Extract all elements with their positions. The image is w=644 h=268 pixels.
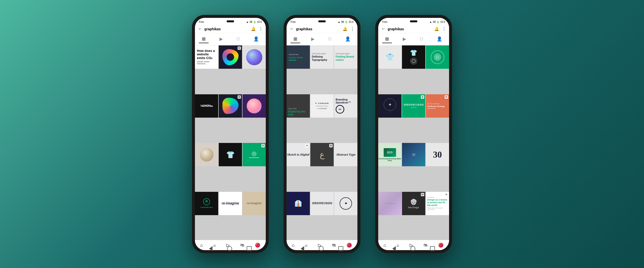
grid-cell-2-1-3: PROCESS DIARY Finding Brand colors: [334, 45, 358, 69]
grid-cell-4-3: re·imagine: [242, 192, 266, 215]
menu-icon-2[interactable]: ⋮: [350, 27, 354, 31]
cp-line: [288, 60, 296, 61]
back-hw-btn-3[interactable]: [392, 246, 396, 251]
bs-title: Branding Speedrun™: [336, 98, 356, 104]
compass-icon: ✦: [388, 102, 392, 107]
ig-header-right-3: 🔔 ⋮: [434, 27, 446, 31]
bs-badge: BR: [336, 105, 344, 114]
digitizing-card: Class Files Digitizing the logo: [286, 94, 310, 118]
grid-cell-2-4-1: 👔: [286, 192, 310, 215]
username-1: graphikas: [204, 27, 221, 31]
tab-person-1[interactable]: 👤: [250, 35, 262, 43]
home-hw-btn-1[interactable]: [227, 246, 232, 251]
tab-tv-1[interactable]: ▶: [216, 35, 226, 43]
time-2: 15:0: [349, 21, 354, 23]
status-icons-1: ▲ 88 🔋 15:0: [246, 21, 262, 23]
grid-cell-3-3-3: 30: [426, 143, 449, 166]
grid-cell-2-3: [242, 94, 266, 118]
tab-monitor-3[interactable]: □: [417, 35, 426, 43]
logo-inner: [205, 200, 208, 203]
phone-footer-1: [192, 246, 269, 251]
tab-grid-2[interactable]: ⊞: [290, 35, 300, 43]
ig-tabs-2: ⊞ ▶ □ 👤: [286, 33, 358, 45]
abstract-type-text: Abstract Type: [336, 153, 356, 156]
home-hw-btn-3[interactable]: [410, 246, 416, 251]
username-3: graphikas: [388, 27, 404, 31]
eco-subtitle: Ecofriendly Branding Made Easy: [378, 158, 402, 161]
branding-speedrun-card: Branding Speedrun™ BR: [334, 94, 358, 118]
compass-text: ○: [389, 112, 390, 113]
mandala-shirt-card: ✦: [334, 192, 358, 215]
ig-header-left-1: ← graphikas: [198, 26, 221, 32]
grid-cell-3-1-1: 👕: [378, 45, 402, 69]
graphikas-block-text: ⒼⓇⒶⓅⒽⒾⓀⒶⓈ: [312, 202, 332, 205]
carbon-pulse-cell: CarbonPulse: [195, 192, 218, 215]
corsair-sub: ✦ CORSAIR: [317, 108, 327, 110]
grid-cell-3-2: 👕: [219, 143, 242, 166]
carrier-3: Free: [382, 21, 388, 23]
recent-hw-btn-2[interactable]: [338, 246, 343, 251]
grid-cell-3-4-1: ▪▪▪▪▪▪▪▪▪▪▪▪▪▪▪▪▪▪▪▪: [378, 192, 402, 215]
time-1: 15:0: [257, 21, 262, 23]
ig-header-2: ← graphikas 🔔 ⋮: [286, 25, 358, 33]
recent-hw-btn-3[interactable]: [430, 246, 435, 251]
ig-header-1: ← graphikas 🔔 ⋮: [195, 25, 266, 33]
eco-branding-card: ECO Ecofriendly Branding Made Easy: [378, 143, 402, 166]
badge-3-3: ⧉: [261, 144, 265, 147]
wordmark-sub: DESIGN: [411, 107, 416, 108]
wordmark-card: ⧉ ⒼⓇⒶⓅⒽⒾⓀⒶⓈ DESIGN: [402, 94, 425, 118]
purple-texture-card: ▪▪▪▪▪▪▪▪▪▪▪▪▪▪▪▪▪▪▪▪: [378, 192, 402, 215]
back-hw-btn-1[interactable]: [209, 246, 212, 251]
recent-hw-btn-1[interactable]: [247, 246, 252, 251]
carbon-pulse-card: CarbonPulse Carbon Pulse: [286, 45, 310, 69]
bell-icon-2[interactable]: 🔔: [342, 27, 348, 31]
menu-icon-1[interactable]: ⋮: [259, 27, 263, 31]
back-button-1[interactable]: ←: [198, 26, 202, 32]
bs-label: O2 Brand Strategy: [427, 103, 448, 104]
phone-notch-1: [227, 20, 234, 22]
grid-cell-4-2: re·imagine: [219, 192, 242, 215]
black-tshirt-card: 👕: [402, 45, 425, 69]
tab-tv-3[interactable]: ▶: [400, 35, 409, 43]
back-button-2[interactable]: ←: [290, 26, 294, 32]
tab-grid-3[interactable]: ⊞: [382, 35, 392, 43]
phone-screen-3: Free ▲ 88 🔋 15:0 ← graphikas 🔔 ⋮ ⊞ ▶ □ 👤: [378, 18, 449, 250]
tab-tv-2[interactable]: ▶: [308, 35, 318, 43]
orb-pearl-1: [200, 148, 214, 162]
dfw-label: Graphikas: [427, 197, 448, 198]
home-hw-btn-2[interactable]: [319, 246, 324, 251]
bell-icon-1[interactable]: 🔔: [251, 27, 256, 31]
bell-icon-3[interactable]: 🔔: [434, 27, 439, 31]
carrier-1: Free: [199, 21, 204, 23]
shirt-inner-badge: [412, 59, 416, 63]
dfw-sub: Connecting the creative community: [427, 207, 448, 210]
tab-monitor-1[interactable]: □: [234, 35, 242, 43]
back-button-3[interactable]: ←: [381, 26, 386, 32]
ig-header-3: ← graphikas 🔔 ⋮: [378, 25, 449, 33]
orb-container-2-3: [242, 94, 266, 118]
grid-cell-2-2-3: Branding Speedrun™ BR: [334, 94, 358, 118]
grid-cell-2-1: H₂DMZM₂₀₂: [195, 94, 218, 118]
tab-person-3[interactable]: 👤: [434, 35, 445, 43]
badge-3-4-3: ⧉: [444, 193, 448, 196]
thirty-card: 30: [426, 143, 449, 166]
tab-person-2[interactable]: 👤: [342, 35, 354, 43]
orb-blue-1: [246, 49, 262, 65]
badge-3-2-3: ⧉: [444, 95, 448, 99]
corsair-line: [316, 106, 328, 106]
battery-1: 88 🔋: [250, 21, 256, 23]
tab-monitor-2[interactable]: □: [326, 35, 334, 43]
grid-cell-1-3: [242, 45, 266, 69]
phone-footer-3: [375, 246, 452, 251]
corsair-text: ✦ CORSAIR: [315, 102, 329, 104]
tab-grid-1[interactable]: ⊞: [199, 35, 208, 43]
bs-line: [427, 108, 436, 109]
carrier-2: Free: [290, 21, 296, 23]
grid-cell-3-4-3: ⧉ Graphikas Design as a means to protect…: [426, 192, 449, 215]
green-logo-inner: ⬡: [434, 53, 441, 61]
back-hw-btn-2[interactable]: [301, 246, 304, 251]
badge-1-2: ⧉: [238, 46, 241, 50]
menu-icon-3[interactable]: ⋮: [442, 27, 446, 31]
grid-cell-1-1: How does a website emits CO₂ website car…: [195, 45, 218, 69]
heritage-text: Heritage: [408, 206, 419, 209]
